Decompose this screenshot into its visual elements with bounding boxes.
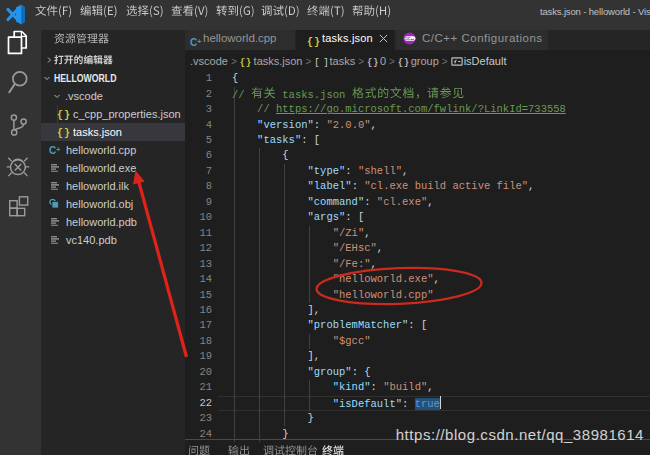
svg-text:C/C++: C/C++ <box>405 36 414 40</box>
